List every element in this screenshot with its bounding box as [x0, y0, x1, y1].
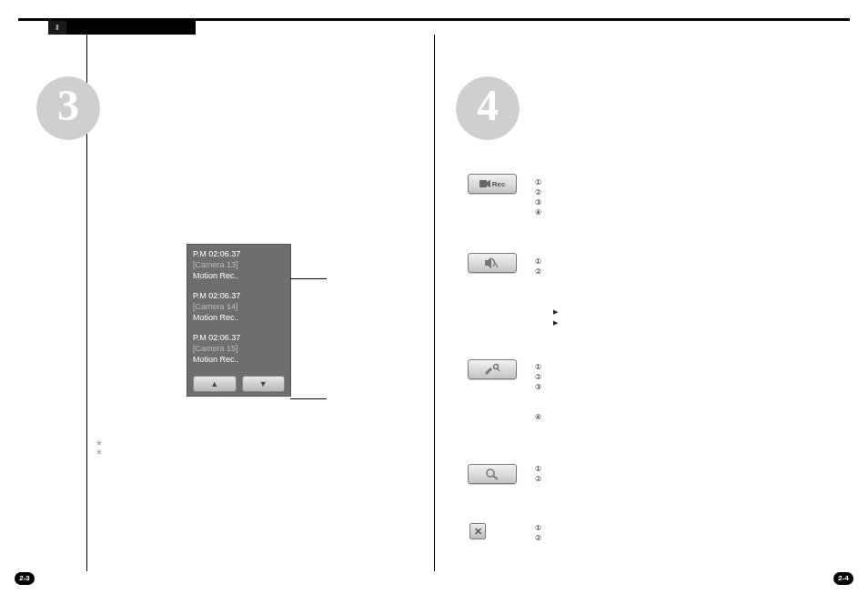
note-item: ③ [535, 382, 541, 392]
svg-point-2 [494, 365, 499, 369]
svg-point-3 [487, 469, 494, 477]
event-time: P.M 02:06.37 [193, 290, 285, 301]
scroll-down-button[interactable]: ▼ [242, 376, 286, 392]
event-message: Motion Rec.. [193, 312, 285, 323]
audio-notes: ① ② [535, 257, 541, 277]
note-line [96, 448, 106, 456]
scroll-up-button[interactable]: ▲ [193, 376, 237, 392]
tab-block [48, 21, 196, 35]
event-log-panel: P.M 02:06.37 [Camera 13] Motion Rec.. P.… [187, 244, 291, 397]
note-item: ④ [535, 207, 541, 217]
rec-label: Rec [492, 180, 506, 188]
note-item: ③ [535, 197, 541, 207]
magnifier-icon [485, 468, 500, 480]
search-button[interactable] [468, 464, 517, 484]
callout-line [290, 398, 327, 399]
rec-button-content: Rec [479, 179, 506, 188]
note-item: ① [535, 177, 541, 187]
section-marker: Ⅱ [48, 21, 66, 35]
note-item: ① [535, 257, 541, 267]
note-item: ② [535, 267, 541, 277]
note-item: ② [535, 187, 541, 197]
sub-bullet [553, 307, 563, 316]
center-divider [434, 35, 435, 571]
note-line [96, 438, 106, 447]
sub-bullet [553, 318, 563, 327]
event-time: P.M 02:06.37 [193, 248, 285, 259]
tools-icon [483, 363, 501, 376]
close-notes: ① ② [535, 523, 541, 543]
event-time: P.M 02:06.37 [193, 332, 285, 343]
event-entry: P.M 02:06.37 [Camera 15] Motion Rec.. [193, 332, 285, 365]
camera-icon [479, 179, 490, 188]
note-item: ① [535, 523, 541, 533]
note-item: ② [535, 533, 541, 543]
page-number-right: 2-4 [833, 572, 853, 585]
event-camera: [Camera 13] [193, 259, 285, 270]
rec-button[interactable]: Rec [468, 174, 517, 194]
note-item: ② [535, 372, 541, 382]
close-button[interactable]: ✕ [469, 523, 486, 539]
note-item: ① [535, 464, 541, 474]
page-number-left: 2-3 [15, 572, 35, 585]
search-notes: ① ② [535, 464, 541, 484]
event-message: Motion Rec.. [193, 270, 285, 281]
step-number-4: 4 [456, 76, 520, 140]
event-entry: P.M 02:06.37 [Camera 14] Motion Rec.. [193, 290, 285, 323]
callout-line [290, 278, 327, 279]
scroll-button-row: ▲ ▼ [193, 374, 285, 394]
speaker-muted-icon [484, 257, 500, 269]
setup-notes: ① ② ③ ④ [535, 362, 541, 422]
note-item: ② [535, 474, 541, 484]
event-camera: [Camera 14] [193, 301, 285, 312]
setup-button[interactable] [468, 359, 517, 379]
event-message: Motion Rec.. [193, 354, 285, 365]
svg-rect-0 [479, 180, 487, 187]
audio-button[interactable] [468, 253, 517, 273]
rec-notes: ① ② ③ ④ [535, 177, 541, 217]
event-camera: [Camera 15] [193, 343, 285, 354]
note-item: ① [535, 362, 541, 372]
event-entry: P.M 02:06.37 [Camera 13] Motion Rec.. [193, 248, 285, 281]
step-number-3: 3 [36, 76, 100, 140]
svg-line-4 [493, 476, 498, 479]
note-item: ④ [535, 412, 541, 422]
